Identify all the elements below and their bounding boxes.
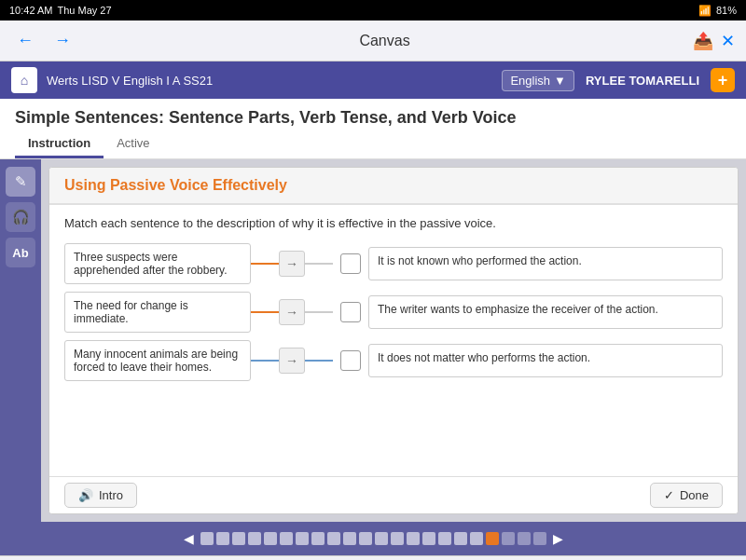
intro-label: Intro (99, 488, 123, 502)
match-area: Three suspects were apprehended after th… (64, 243, 723, 381)
share-button[interactable]: 📤 (693, 31, 713, 51)
tab-instruction[interactable]: Instruction (15, 131, 104, 158)
page-dot[interactable] (264, 532, 277, 545)
page-dot[interactable] (391, 532, 404, 545)
page-dot[interactable] (502, 532, 515, 545)
home-button[interactable]: ⌂ (11, 67, 37, 93)
page-dot[interactable] (296, 532, 309, 545)
browser-title: Canvas (86, 33, 684, 49)
back-button[interactable]: ← (11, 27, 39, 55)
page-dot[interactable] (486, 532, 499, 545)
page-dot[interactable] (375, 532, 388, 545)
footer-bar: ◀ Previous Activity ▶ (0, 555, 746, 560)
line-right-3 (305, 360, 333, 362)
match-left-2: The need for change is immediate. (64, 292, 251, 333)
close-button[interactable]: ✕ (721, 31, 735, 51)
top-nav: ⌂ Werts LISD V English I A SS21 English … (0, 61, 746, 99)
language-label: English (510, 74, 550, 88)
page-dot[interactable] (232, 532, 245, 545)
wifi-icon: 📶 (698, 5, 711, 17)
done-label: Done (680, 488, 709, 502)
add-button[interactable]: + (711, 68, 735, 92)
match-row: Three suspects were apprehended after th… (64, 243, 723, 284)
page-dot[interactable] (359, 532, 372, 545)
next-page-button[interactable]: ▶ (549, 531, 567, 546)
line-right-2 (305, 311, 333, 313)
page-dot[interactable] (248, 532, 261, 545)
page-dot[interactable] (470, 532, 483, 545)
line-left-3 (251, 360, 279, 362)
status-bar: 10:42 AM Thu May 27 📶 81% (0, 0, 746, 20)
page-dot[interactable] (311, 532, 325, 545)
page-dot[interactable] (407, 532, 420, 545)
user-name: RYLEE TOMARELLI (586, 74, 699, 88)
text-tool[interactable]: Ab (6, 238, 35, 267)
instruction-text: Match each sentence to the description o… (64, 216, 723, 230)
page-dot[interactable] (200, 532, 214, 545)
arrow-btn-2[interactable]: → (279, 299, 305, 325)
match-left-3: Many innocent animals are being forced t… (64, 340, 251, 381)
page-dot[interactable] (327, 532, 340, 545)
page-dot[interactable] (454, 532, 467, 545)
match-right-2: The writer wants to emphasize the receiv… (368, 295, 723, 329)
battery-level: 81% (716, 5, 737, 16)
prev-page-button[interactable]: ◀ (180, 531, 198, 546)
chevron-down-icon: ▼ (554, 74, 566, 88)
page-dot[interactable] (280, 532, 293, 545)
page-dot[interactable] (533, 532, 546, 545)
page-header: Simple Sentences: Sentence Parts, Verb T… (0, 99, 746, 159)
browser-chrome: ← → Canvas 📤 ✕ (0, 20, 746, 61)
tab-row: Instruction Active (15, 131, 731, 158)
checkbox-2[interactable] (340, 302, 361, 322)
page-dot[interactable] (343, 532, 356, 545)
page-dot[interactable] (422, 532, 435, 545)
pencil-tool[interactable]: ✎ (6, 167, 35, 197)
checkbox-3[interactable] (340, 350, 361, 371)
match-left-1: Three suspects were apprehended after th… (64, 243, 251, 284)
audio-tool[interactable]: 🎧 (6, 202, 35, 232)
status-day: Thu May 27 (57, 5, 111, 16)
page-dot[interactable] (438, 532, 451, 545)
line-left-2 (251, 311, 279, 313)
match-right-3: It does not matter who performs the acti… (368, 344, 723, 377)
sidebar-tools: ✎ 🎧 Ab (0, 159, 41, 522)
connector-3: → (251, 348, 333, 374)
pagination-bar: ◀ ▶ (0, 522, 746, 555)
checkbox-1[interactable] (340, 253, 361, 274)
page-dot[interactable] (518, 532, 531, 545)
lesson-header: Using Passive Voice Effectively (49, 168, 738, 205)
intro-button[interactable]: 🔊 Intro (64, 483, 137, 508)
main-area: ✎ 🎧 Ab Using Passive Voice Effectively M… (0, 159, 746, 522)
status-time: 10:42 AM (9, 5, 52, 16)
connector-2: → (251, 299, 333, 325)
bottom-action-bar: 🔊 Intro ✓ Done (49, 476, 738, 513)
course-title: Werts LISD V English I A SS21 (47, 74, 502, 88)
connector-1: → (251, 251, 333, 277)
tab-active[interactable]: Active (104, 131, 162, 158)
lesson-body: Match each sentence to the description o… (49, 205, 738, 476)
line-right-1 (305, 263, 333, 265)
language-selector[interactable]: English ▼ (502, 70, 574, 91)
line-left-1 (251, 263, 279, 265)
match-row: Many innocent animals are being forced t… (64, 340, 723, 381)
done-button[interactable]: ✓ Done (650, 483, 723, 508)
match-row: The need for change is immediate. → The … (64, 292, 723, 333)
page-dot[interactable] (216, 532, 229, 545)
volume-icon: 🔊 (78, 488, 93, 502)
forward-button[interactable]: → (48, 27, 76, 55)
match-right-1: It is not known who performed the action… (368, 247, 723, 280)
pagination-dots (200, 532, 546, 545)
arrow-btn-3[interactable]: → (279, 348, 305, 374)
lesson-heading: Using Passive Voice Effectively (64, 177, 723, 194)
content-panel: Using Passive Voice Effectively Match ea… (48, 167, 739, 514)
arrow-btn-1[interactable]: → (279, 251, 305, 277)
page-title: Simple Sentences: Sentence Parts, Verb T… (15, 108, 731, 128)
checkmark-icon: ✓ (664, 488, 674, 502)
